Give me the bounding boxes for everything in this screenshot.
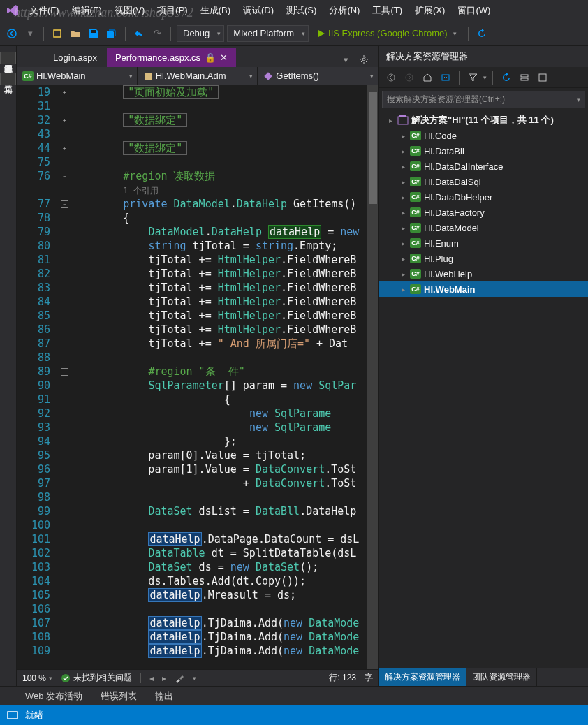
se-showall-button[interactable] (535, 70, 550, 85)
tab-dropdown-button[interactable]: ▾ (338, 52, 353, 67)
open-button[interactable] (68, 26, 83, 41)
expander-icon[interactable]: ▸ (399, 177, 407, 186)
expander-icon[interactable]: ▸ (399, 131, 407, 140)
solution-root-node[interactable]: ▸ 解决方案"Hl"(11 个项目，共 11 个) (379, 112, 588, 128)
search-dropdown-icon[interactable]: ▾ (577, 96, 580, 103)
fold-toggle[interactable]: ＋ (61, 145, 68, 152)
expander-icon[interactable]: ▸ (399, 285, 407, 293)
project-node-hl-datadalinterface[interactable]: ▸C#Hl.DataDalInterface (379, 159, 588, 174)
project-node-hl-webhelp[interactable]: ▸C#Hl.WebHelp (379, 266, 588, 281)
se-home-button[interactable] (420, 70, 435, 85)
svg-point-8 (406, 74, 413, 81)
se-filter-button[interactable] (465, 70, 480, 85)
expander-icon[interactable]: ▸ (399, 239, 407, 247)
issues-indicator[interactable]: 未找到相关问题 (61, 672, 132, 684)
run-button[interactable]: IIS Express (Google Chrome) ▾ (311, 26, 462, 41)
menu-debug[interactable]: 调试(D) (237, 1, 279, 20)
project-node-hl-enum[interactable]: ▸C#Hl.Enum (379, 235, 588, 251)
solution-explorer-tab[interactable]: 解决方案资源管理器 (379, 668, 466, 686)
nav-back-button[interactable] (4, 26, 20, 41)
project-node-hl-code[interactable]: ▸C#Hl.Code (379, 128, 588, 143)
tab-performance-cs[interactable]: Performance.aspx.cs 🔒 ✕ (107, 48, 236, 67)
expander-icon[interactable]: ▸ (399, 254, 407, 263)
solution-toolbar: ▾ (379, 67, 588, 88)
error-list-tab[interactable]: 错误列表 (96, 687, 141, 705)
expander-icon[interactable]: ▸ (399, 224, 407, 232)
vertical-scrollbar[interactable] (367, 85, 378, 669)
nav-member-selector[interactable]: GetItems() (258, 67, 378, 85)
error-nav-prev[interactable]: ◂ (149, 673, 154, 683)
platform-selector[interactable]: Mixed Platform (227, 25, 309, 42)
config-selector[interactable]: Debug (177, 25, 224, 42)
zoom-selector[interactable]: 100 %▾ (22, 673, 52, 683)
menu-file[interactable]: 文件(F) (24, 1, 65, 20)
nav-class-selector[interactable]: Hl.WebMain.Adm (138, 67, 258, 85)
project-node-hl-datadbhelper[interactable]: ▸C#Hl.DataDbHelper (379, 189, 588, 205)
save-all-button[interactable] (104, 26, 119, 41)
editor-status-bar: 100 %▾ 未找到相关问题 ◂ ▸ ▾ 行: 123 字 (17, 669, 378, 686)
web-publish-tab[interactable]: Web 发布活动 (21, 687, 87, 705)
expander-icon[interactable]: ▸ (399, 270, 407, 278)
fold-toggle[interactable]: ＋ (61, 117, 68, 124)
project-node-hl-plug[interactable]: ▸C#Hl.Plug (379, 251, 588, 266)
redo-button[interactable]: ↷ (149, 26, 165, 41)
menu-build[interactable]: 生成(B) (195, 1, 236, 20)
expander-icon[interactable]: ▸ (399, 147, 407, 155)
undo-button[interactable] (131, 26, 147, 41)
project-node-hl-databll[interactable]: ▸C#Hl.DataBll (379, 143, 588, 159)
menu-test[interactable]: 测试(S) (281, 1, 322, 20)
svg-rect-1 (54, 30, 61, 37)
menu-edit[interactable]: 编辑(E) (66, 1, 108, 20)
tab-login-aspx[interactable]: Login.aspx (45, 48, 105, 67)
project-node-hl-datamodel[interactable]: ▸C#Hl.DataModel (379, 220, 588, 235)
expander-icon[interactable]: ▸ (386, 116, 395, 124)
left-tool-rail: 服务器资源管理器 工具箱 (0, 46, 17, 686)
error-nav-next[interactable]: ▸ (162, 673, 166, 683)
toolbox-tab[interactable]: 工具箱 (0, 73, 16, 85)
status-text: 就绪 (25, 709, 43, 722)
scrollbar-thumb[interactable] (369, 92, 377, 204)
project-label: Hl.WebMain (424, 284, 475, 295)
se-back-button[interactable] (383, 70, 399, 85)
output-tab[interactable]: 输出 (151, 687, 177, 705)
col-indicator[interactable]: 字 (365, 672, 373, 684)
se-forward-button[interactable] (402, 70, 417, 85)
code-content[interactable]: "页面初始及加载" "数据绑定" "数据绑定" #region 读取数据 1 个… (73, 85, 367, 669)
fold-toggle[interactable]: － (61, 200, 68, 208)
expander-icon[interactable]: ▸ (399, 162, 407, 170)
tab-settings-button[interactable] (356, 52, 372, 67)
menu-analyze[interactable]: 分析(N) (323, 1, 365, 20)
close-tab-icon[interactable]: ✕ (220, 52, 228, 63)
menu-window[interactable]: 窗口(W) (452, 1, 496, 20)
menu-tools[interactable]: 工具(T) (367, 1, 408, 20)
project-node-hl-datadalsql[interactable]: ▸C#Hl.DataDalSql (379, 174, 588, 189)
fold-toggle[interactable]: － (61, 173, 68, 180)
fold-toggle[interactable]: － (61, 368, 68, 376)
nav-forward-button[interactable]: ▾ (22, 26, 38, 41)
team-explorer-tab[interactable]: 团队资源管理器 (466, 668, 537, 686)
fold-toggle[interactable]: ＋ (61, 89, 68, 96)
expander-icon[interactable]: ▸ (399, 208, 407, 217)
project-node-hl-datafactory[interactable]: ▸C#Hl.DataFactory (379, 205, 588, 220)
code-editor[interactable]: 1931324344757677787980818283848586878889… (17, 85, 378, 669)
new-button[interactable] (50, 26, 65, 41)
bottom-tool-tabs: Web 发布活动 错误列表 输出 (0, 686, 588, 705)
server-explorer-tab[interactable]: 服务器资源管理器 (0, 52, 16, 64)
se-refresh-button[interactable] (499, 70, 514, 85)
refresh-button[interactable] (474, 26, 490, 41)
brush-icon[interactable] (175, 673, 184, 683)
menu-view[interactable]: 视图(V) (109, 1, 150, 20)
check-icon (61, 673, 71, 683)
se-sync-button[interactable] (438, 70, 453, 85)
project-node-hl-webmain[interactable]: ▸C#Hl.WebMain (379, 281, 588, 297)
nav-project-selector[interactable]: C# Hl.WebMain (17, 67, 138, 85)
menu-project[interactable]: 项目(P) (152, 1, 193, 20)
solution-search-input[interactable]: 搜索解决方案资源管理器(Ctrl+;) ▾ (382, 91, 585, 108)
menu-extensions[interactable]: 扩展(X) (409, 1, 450, 20)
se-collapse-button[interactable] (517, 70, 532, 85)
save-button[interactable] (86, 26, 101, 41)
solution-tree[interactable]: ▸ 解决方案"Hl"(11 个项目，共 11 个) ▸C#Hl.Code▸C#H… (379, 111, 588, 668)
status-icon (7, 710, 18, 720)
line-indicator[interactable]: 行: 123 (329, 672, 356, 684)
expander-icon[interactable]: ▸ (399, 193, 407, 201)
